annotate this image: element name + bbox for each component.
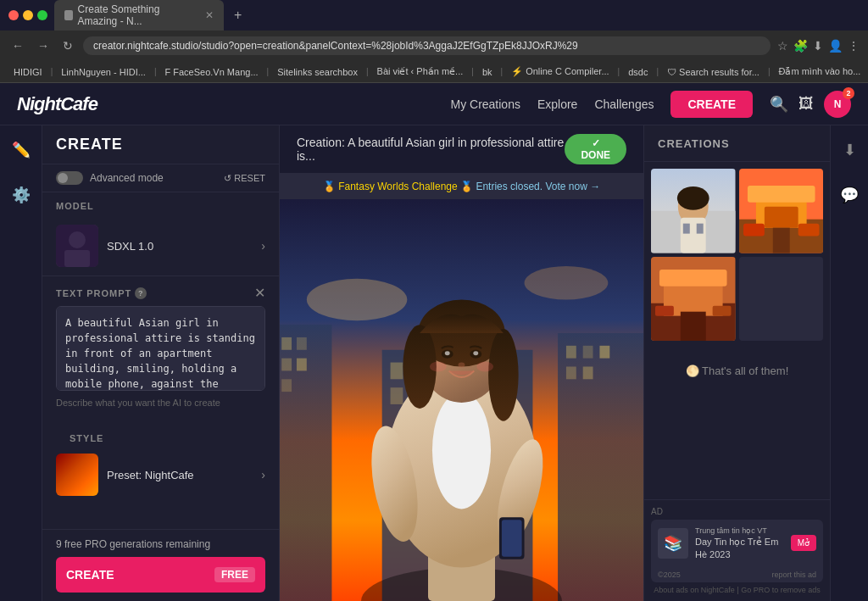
help-icon[interactable]: ? [135, 287, 147, 299]
image-icon[interactable]: 🖼 [798, 95, 814, 113]
left-panel-header: CREATE [42, 125, 279, 164]
creations-grid [644, 162, 830, 348]
svg-rect-24 [391, 387, 403, 404]
all-creations-text: 🌕 That's all of them! [644, 348, 830, 394]
ad-label: AD [651, 507, 823, 516]
dot-red[interactable] [8, 10, 19, 20]
challenges-link[interactable]: Challenges [594, 97, 654, 111]
browser-titlebar: Create Something Amazing - N... ✕ + [0, 0, 868, 31]
explore-link[interactable]: Explore [537, 97, 577, 111]
topnav-right: My Creations Explore Challenges CREATE 🔍… [450, 91, 851, 118]
bookmark-baiviet[interactable]: Bài viết ‹ Phần mề... [372, 64, 469, 79]
svg-rect-19 [391, 363, 403, 380]
bookmark-search[interactable]: 🛡 Search results for... [662, 65, 765, 79]
bookmark-linh[interactable]: LinhNguyen - HIDI... [56, 65, 151, 79]
model-section-label: MODEL [42, 192, 279, 216]
challenge-text: 🏅 Fantasy Worlds Challenge 🏅 [323, 181, 473, 192]
svg-point-42 [445, 351, 450, 355]
ad-card: 📚 Trung tâm tin học VT Day Tin học Trẻ E… [651, 520, 823, 582]
svg-rect-16 [566, 367, 576, 380]
svg-point-44 [459, 363, 465, 368]
svg-rect-66 [681, 311, 706, 341]
ad-report-link[interactable]: report this ad [771, 570, 816, 579]
creation-thumb-3[interactable] [651, 257, 736, 342]
user-avatar[interactable]: N 2 [824, 91, 851, 118]
creation-thumb-empty [739, 257, 824, 342]
menu-icon[interactable]: ⋮ [848, 39, 860, 53]
create-panel-label: CREATE [56, 136, 123, 153]
address-input[interactable] [83, 36, 771, 55]
bookmark-hidigi[interactable]: HIDIGI [8, 65, 47, 79]
notification-badge: 2 [843, 87, 854, 99]
svg-rect-17 [583, 367, 593, 380]
prompt-textarea[interactable]: A beautiful Asian girl in professional a… [56, 306, 265, 391]
challenge-bar: 🏅 Fantasy Worlds Challenge 🏅 Entries clo… [280, 174, 643, 199]
download-action-icon[interactable]: ⬇ [837, 134, 863, 166]
right-action-bar: ⬇ 💬 [830, 125, 868, 601]
browser-dots [8, 10, 47, 20]
generated-image [280, 199, 643, 601]
advanced-mode-row: Advanced mode ↺ RESET [42, 164, 279, 192]
text-prompt-header: TEXT PROMPT ? ✕ [56, 285, 265, 301]
sidebar-icons: ✏️ ⚙️ [0, 125, 42, 601]
svg-point-1 [69, 231, 86, 248]
advanced-mode-toggle[interactable] [56, 171, 83, 185]
create-top-button[interactable]: CREATE [670, 91, 753, 118]
browser-tab[interactable]: Create Something Amazing - N... ✕ [54, 0, 224, 31]
model-selector[interactable]: SDXL 1.0 › [42, 216, 279, 276]
ad-icon: 📚 [658, 528, 688, 559]
done-button[interactable]: ✓ DONE [565, 134, 626, 164]
bookmark-faceseo[interactable]: F FaceSeo.Vn Mang... [160, 65, 264, 79]
entries-link[interactable]: Entries closed. Vote now → [476, 181, 600, 192]
ad-brand: Trung tâm tin học VT [695, 526, 784, 537]
bookmark-sitelinks[interactable]: Sitelinks searchbox [272, 65, 363, 79]
svg-rect-33 [502, 520, 522, 556]
new-tab-button[interactable]: + [231, 8, 245, 23]
svg-point-50 [677, 186, 709, 210]
creation-thumb-1[interactable] [651, 169, 736, 253]
style-selector[interactable]: Preset: NightCafe › [56, 448, 265, 501]
create-bottom-button[interactable]: CREATE FREE [56, 557, 265, 593]
svg-rect-10 [297, 359, 307, 371]
svg-rect-60 [743, 224, 764, 237]
right-panel-header: CREATIONS [644, 125, 830, 162]
svg-point-46 [476, 362, 493, 372]
advanced-mode-label: Advanced mode [90, 172, 164, 184]
tab-close-icon[interactable]: ✕ [205, 9, 214, 21]
ad-footer-left: ©2025 [658, 570, 681, 579]
ad-open-button[interactable]: Mở [791, 535, 816, 551]
bookmark-compiler[interactable]: ⚡ Online C Compiler... [506, 64, 614, 79]
bottom-create-area: 9 free PRO generations remaining CREATE … [42, 529, 279, 601]
sidebar-settings-icon[interactable]: ⚙️ [5, 179, 37, 211]
extension-icon[interactable]: 🧩 [793, 39, 808, 53]
chat-action-icon[interactable]: 💬 [833, 179, 865, 211]
topnav-icons: 🔍 🖼 N 2 [770, 91, 851, 118]
reload-button[interactable]: ↻ [59, 37, 76, 54]
model-thumbnail [56, 225, 98, 267]
style-chevron-icon: › [261, 468, 265, 481]
clear-prompt-button[interactable]: ✕ [254, 285, 265, 301]
style-section: STYLE Preset: NightCafe › [42, 416, 279, 509]
bookmark-bk[interactable]: bk [477, 65, 498, 79]
forward-button[interactable]: → [34, 37, 53, 54]
bookmark-dsdc[interactable]: dsdc [623, 65, 653, 79]
search-icon[interactable]: 🔍 [770, 95, 788, 114]
bookmark-dam[interactable]: Đắm mình vào ho... [774, 64, 866, 79]
svg-rect-61 [798, 224, 819, 237]
text-prompt-label: TEXT PROMPT ? [56, 287, 147, 299]
reset-button[interactable]: ↺ RESET [224, 173, 265, 184]
creation-title: Creation: A beautiful Asian girl in prof… [297, 136, 565, 163]
profile-icon[interactable]: 👤 [828, 39, 843, 53]
dot-yellow[interactable] [23, 10, 33, 20]
creation-thumb-2[interactable] [739, 169, 824, 253]
style-thumbnail [56, 454, 98, 496]
ad-text: Trung tâm tin học VT Day Tin học Trẻ Em … [695, 526, 784, 560]
my-creations-link[interactable]: My Creations [450, 97, 520, 111]
ad-footer: ©2025 report this ad [651, 567, 823, 582]
ad-title: Day Tin học Trẻ Em Hè 2023 [695, 536, 784, 560]
sidebar-create-icon[interactable]: ✏️ [5, 134, 37, 166]
back-button[interactable]: ← [8, 37, 27, 54]
download-icon[interactable]: ⬇ [813, 39, 823, 53]
bookmark-star-icon[interactable]: ☆ [777, 39, 788, 53]
dot-green[interactable] [37, 10, 47, 20]
